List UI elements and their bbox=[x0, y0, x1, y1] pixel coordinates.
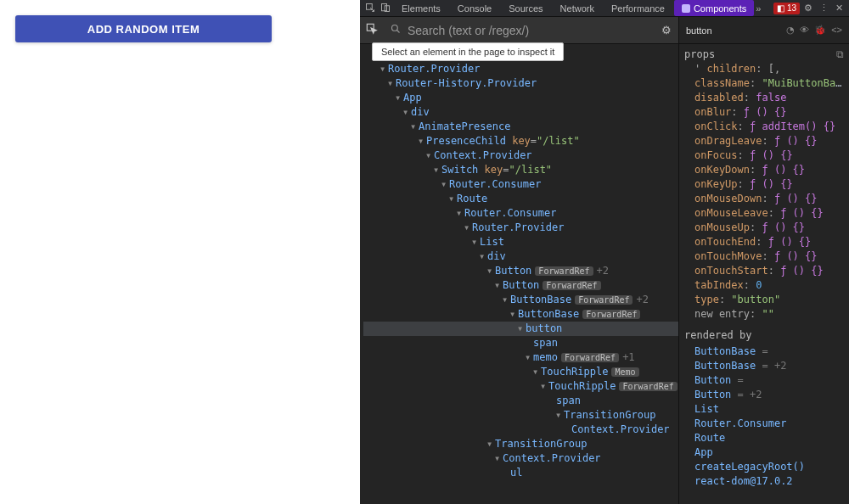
rendered-by-item[interactable]: List bbox=[684, 402, 844, 417]
tab-sources[interactable]: Sources bbox=[501, 0, 550, 16]
rendered-by-item[interactable]: Button = bbox=[684, 373, 844, 388]
tree-node[interactable]: ▾button bbox=[363, 322, 678, 336]
eye-icon[interactable]: 👁 bbox=[800, 25, 809, 36]
tree-node[interactable]: ▾ButtonForwardRef+2 bbox=[363, 264, 678, 278]
tree-node[interactable]: ▾Context.Provider bbox=[363, 148, 678, 163]
device-toolbar-icon[interactable] bbox=[379, 3, 392, 14]
components-searchbar: ⚙ bbox=[360, 17, 678, 44]
tree-node[interactable]: ▾div bbox=[363, 249, 678, 264]
kebab-menu-icon[interactable]: ⋮ bbox=[817, 3, 830, 14]
add-random-item-button[interactable]: ADD RANDOM ITEM bbox=[15, 15, 272, 42]
tab-performance[interactable]: Performance bbox=[604, 0, 672, 16]
prop-row[interactable]: tabIndex: 0 bbox=[684, 278, 844, 293]
prop-row[interactable]: ' children: [, bbox=[684, 62, 844, 76]
prop-row[interactable]: onDragLeave: ƒ () {} bbox=[684, 134, 844, 148]
settings-gear-icon[interactable]: ⚙ bbox=[655, 24, 678, 36]
tab-console[interactable]: Console bbox=[450, 0, 499, 16]
tree-node[interactable]: ▾ButtonForwardRef bbox=[363, 278, 678, 293]
tree-node[interactable]: ▾AnimatePresence bbox=[363, 120, 678, 134]
search-icon bbox=[384, 24, 408, 36]
rendered-by-item[interactable]: react-dom@17.0.2 bbox=[684, 474, 844, 489]
source-icon[interactable]: <> bbox=[831, 25, 842, 36]
devtools-tabs: Elements Console Sources Network Perform… bbox=[360, 0, 849, 17]
prop-row[interactable]: new entry: "" bbox=[684, 307, 844, 322]
component-tree[interactable]: ▾Router▾Router.Provider▾Router-History.P… bbox=[360, 44, 678, 504]
rendered-by-panel: rendered byButtonBase =ButtonBase = +2Bu… bbox=[679, 325, 849, 492]
gear-icon[interactable]: ⚙ bbox=[801, 3, 815, 14]
rendered-by-item[interactable]: Button = +2 bbox=[684, 388, 844, 402]
tree-node[interactable]: ▾Context.Provider bbox=[363, 451, 678, 466]
rendered-by-item[interactable]: ButtonBase = +2 bbox=[684, 359, 844, 373]
prop-row[interactable]: onTouchEnd: ƒ () {} bbox=[684, 235, 844, 249]
prop-row[interactable]: onTouchStart: ƒ () {} bbox=[684, 264, 844, 278]
error-count-badge[interactable]: ◧ 13 bbox=[773, 3, 800, 14]
tree-node[interactable]: ▾App bbox=[363, 91, 678, 105]
rendered-by-item[interactable]: createLegacyRoot() bbox=[684, 460, 844, 474]
tree-node[interactable]: ▾Switch key="/list" bbox=[363, 163, 678, 177]
close-icon[interactable]: ✕ bbox=[832, 3, 846, 14]
prop-row[interactable]: className: "MuiButtonBase-roo bbox=[684, 76, 844, 91]
tree-node[interactable]: ▾div bbox=[363, 105, 678, 120]
rendered-by-item[interactable]: Route bbox=[684, 431, 844, 445]
bug-icon[interactable]: 🐞 bbox=[814, 25, 826, 36]
tree-node[interactable]: ▾Router-History.Provider bbox=[363, 76, 678, 91]
props-panel: props⧉' children: [, className: "MuiButt… bbox=[679, 44, 849, 325]
prop-row[interactable]: type: "button" bbox=[684, 293, 844, 307]
prop-row[interactable]: onClick: ƒ addItem() {} bbox=[684, 120, 844, 134]
tree-node[interactable]: ▾Router.Consumer bbox=[363, 206, 678, 221]
tree-node[interactable]: ▾Router.Provider bbox=[363, 62, 678, 76]
tab-components[interactable]: Components bbox=[674, 0, 754, 16]
prop-row[interactable]: onMouseLeave: ƒ () {} bbox=[684, 206, 844, 221]
tree-node[interactable]: span bbox=[363, 336, 678, 350]
prop-row[interactable]: onMouseUp: ƒ () {} bbox=[684, 221, 844, 235]
svg-point-4 bbox=[392, 25, 398, 31]
tree-node[interactable]: ▾TouchRippleMemo bbox=[363, 365, 678, 379]
tree-node[interactable]: Context.Provider bbox=[363, 423, 678, 437]
app-pane: ADD RANDOM ITEM bbox=[0, 0, 360, 504]
select-element-icon[interactable] bbox=[360, 23, 384, 37]
prop-row[interactable]: onTouchMove: ƒ () {} bbox=[684, 249, 844, 264]
prop-row[interactable]: onFocus: ƒ () {} bbox=[684, 148, 844, 163]
more-tabs-icon[interactable]: » bbox=[756, 3, 761, 14]
tree-node[interactable]: ▾Route bbox=[363, 192, 678, 206]
tree-node[interactable]: span bbox=[363, 394, 678, 408]
search-input[interactable] bbox=[408, 24, 655, 37]
tree-node[interactable]: ▾Router.Provider bbox=[363, 221, 678, 235]
prop-row[interactable]: onMouseDown: ƒ () {} bbox=[684, 192, 844, 206]
tree-node[interactable]: ▾ButtonBaseForwardRef bbox=[363, 307, 678, 322]
rendered-by-item[interactable]: ButtonBase = bbox=[684, 344, 844, 359]
tree-node[interactable]: ▾memoForwardRef+1 bbox=[363, 350, 678, 365]
tab-elements[interactable]: Elements bbox=[394, 0, 448, 16]
tree-node[interactable]: ▾Router.Consumer bbox=[363, 177, 678, 192]
tree-node[interactable]: ▾List bbox=[363, 235, 678, 249]
stopwatch-icon[interactable]: ◔ bbox=[786, 25, 795, 36]
svg-rect-1 bbox=[382, 3, 387, 10]
prop-row[interactable]: onBlur: ƒ () {} bbox=[684, 105, 844, 120]
copy-icon[interactable]: ⧉ bbox=[836, 48, 844, 62]
rendered-by-item[interactable]: App bbox=[684, 445, 844, 460]
rendered-by-item[interactable]: Router.Consumer bbox=[684, 417, 844, 431]
tree-node[interactable]: ▾PresenceChild key="/list" bbox=[363, 134, 678, 148]
tree-node[interactable]: ▾TouchRippleForwardRef bbox=[363, 379, 678, 394]
tree-node[interactable]: ul bbox=[363, 466, 678, 480]
selected-element-breadcrumb: button bbox=[686, 25, 779, 36]
prop-row[interactable]: onKeyUp: ƒ () {} bbox=[684, 177, 844, 192]
tree-node[interactable]: ▾ButtonBaseForwardRef+2 bbox=[363, 293, 678, 307]
inspect-tooltip: Select an element in the page to inspect… bbox=[372, 42, 564, 61]
tree-node[interactable]: ▾TransitionGroup bbox=[363, 408, 678, 423]
prop-row[interactable]: onKeyDown: ƒ () {} bbox=[684, 163, 844, 177]
prop-row[interactable]: disabled: false bbox=[684, 91, 844, 105]
right-pane-header: button ◔ 👁 🐞 <> bbox=[679, 17, 849, 44]
tree-node[interactable]: ▾TransitionGroup bbox=[363, 437, 678, 451]
devtools-panel: Elements Console Sources Network Perform… bbox=[360, 0, 849, 504]
tab-network[interactable]: Network bbox=[553, 0, 602, 16]
inspect-element-icon[interactable] bbox=[363, 3, 377, 14]
